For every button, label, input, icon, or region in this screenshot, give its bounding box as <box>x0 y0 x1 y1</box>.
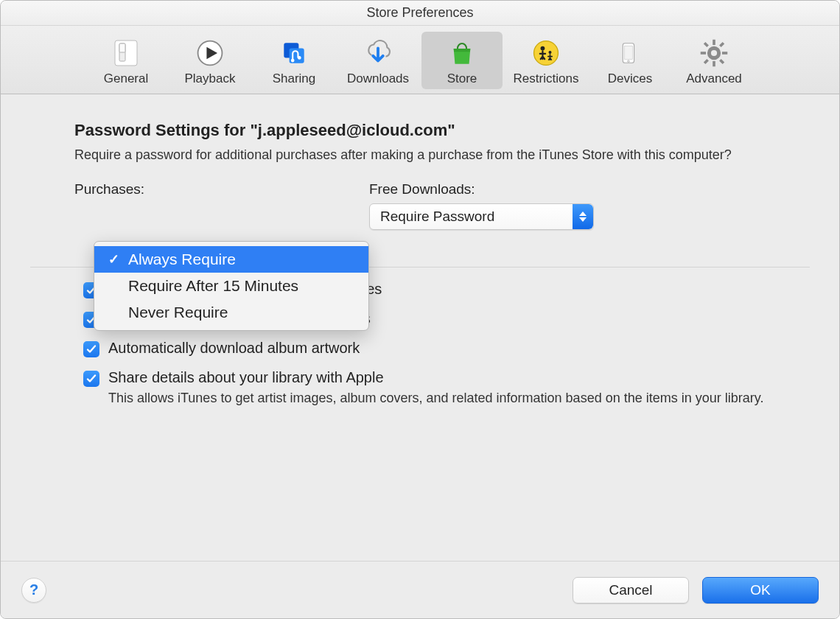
svg-rect-20 <box>704 42 709 47</box>
checkbox-auto-artwork[interactable] <box>83 341 99 357</box>
help-button[interactable]: ? <box>21 578 46 603</box>
purchases-option-always[interactable]: Always Require <box>94 246 368 273</box>
svg-rect-2 <box>119 43 125 52</box>
svg-rect-21 <box>719 42 724 47</box>
purchases-dropdown-menu: Always Require Require After 15 Minutes … <box>94 241 369 331</box>
phone-icon <box>613 36 647 70</box>
cloud-download-icon <box>361 36 395 70</box>
svg-rect-0 <box>115 41 137 66</box>
gear-icon <box>697 36 731 70</box>
svg-point-10 <box>541 46 545 51</box>
cancel-button[interactable]: Cancel <box>573 577 689 604</box>
svg-point-8 <box>291 59 295 63</box>
password-settings-heading: Password Settings for "j.appleseed@iclou… <box>74 121 766 140</box>
purchases-option-15min[interactable]: Require After 15 Minutes <box>94 273 368 299</box>
svg-rect-13 <box>624 46 632 59</box>
free-downloads-value: Require Password <box>380 209 494 225</box>
window-title: Store Preferences <box>1 1 839 26</box>
svg-rect-17 <box>713 61 715 66</box>
svg-rect-23 <box>719 59 724 64</box>
popup-stepper-icon <box>573 204 593 229</box>
play-icon <box>193 36 227 70</box>
password-settings-description: Require a password for additional purcha… <box>74 146 766 164</box>
parental-icon <box>529 36 563 70</box>
svg-rect-22 <box>704 59 709 64</box>
svg-point-9 <box>534 41 559 66</box>
tab-playback-label: Playback <box>185 71 236 86</box>
free-downloads-label: Free Downloads: <box>369 181 766 197</box>
help-icon: ? <box>29 581 38 598</box>
checkbox-share-library-label: Share details about your library with Ap… <box>108 369 763 386</box>
checkbox-share-library[interactable] <box>83 371 99 387</box>
general-icon <box>109 36 143 70</box>
free-downloads-select[interactable]: Require Password <box>369 203 594 230</box>
preferences-window: Store Preferences General Playback <box>0 0 840 619</box>
shopping-bag-icon <box>445 36 479 70</box>
preferences-toolbar: General Playback Sharing <box>1 26 839 94</box>
ok-button[interactable]: OK <box>702 577 819 604</box>
purchases-option-never[interactable]: Never Require <box>94 299 368 326</box>
tab-restrictions[interactable]: Restrictions <box>505 32 587 89</box>
dialog-footer: ? Cancel OK <box>1 561 839 618</box>
svg-point-24 <box>711 50 717 56</box>
check-icon <box>106 251 121 267</box>
checkbox-share-library-sub: This allows iTunes to get artist images,… <box>108 389 763 407</box>
svg-rect-18 <box>701 52 706 55</box>
tab-advanced[interactable]: Advanced <box>673 32 755 89</box>
svg-rect-16 <box>713 40 715 45</box>
sharing-icon <box>277 36 311 70</box>
tab-downloads-label: Downloads <box>347 71 409 86</box>
tab-store[interactable]: Store <box>421 32 503 89</box>
tab-store-label: Store <box>447 71 477 86</box>
purchases-label: Purchases: <box>74 181 369 197</box>
svg-point-7 <box>298 56 301 60</box>
checkbox-auto-artwork-label: Automatically download album artwork <box>108 340 360 357</box>
svg-rect-19 <box>722 52 727 55</box>
tab-playback[interactable]: Playback <box>169 32 251 89</box>
tab-sharing-label: Sharing <box>273 71 316 86</box>
tab-devices[interactable]: Devices <box>589 32 671 89</box>
tab-sharing[interactable]: Sharing <box>253 32 335 89</box>
tab-downloads[interactable]: Downloads <box>337 32 419 89</box>
purchases-select[interactable] <box>74 203 350 230</box>
tab-restrictions-label: Restrictions <box>514 71 579 86</box>
tab-general-label: General <box>104 71 148 86</box>
svg-point-11 <box>548 51 551 54</box>
svg-point-14 <box>628 60 630 63</box>
tab-devices-label: Devices <box>608 71 652 86</box>
window-title-text: Store Preferences <box>366 5 473 21</box>
tab-general[interactable]: General <box>85 32 167 89</box>
tab-advanced-label: Advanced <box>686 71 742 86</box>
